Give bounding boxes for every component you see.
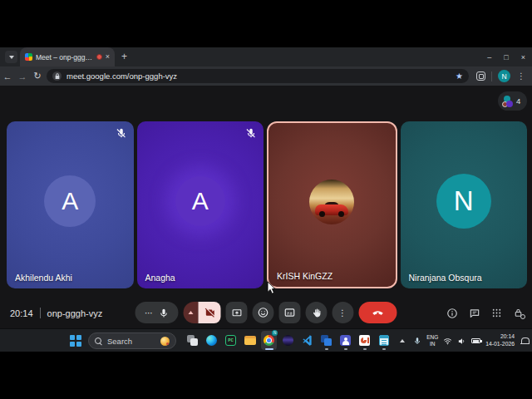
participant-tile-speaking[interactable]: KrISH KinGZZ	[267, 121, 397, 288]
more-dots-icon[interactable]: ⋯	[145, 308, 154, 318]
mouse-cursor	[267, 281, 276, 298]
camera-off-button[interactable]	[199, 302, 221, 323]
tab-organizer-icon[interactable]	[476, 71, 485, 81]
tray-mic-icon[interactable]	[413, 337, 421, 345]
meet-panel-icons	[446, 298, 524, 328]
taskbar-search[interactable]: Search	[88, 332, 176, 349]
reactions-button[interactable]	[253, 302, 274, 323]
tab-title: Meet – onp-gggh-vyz	[36, 53, 93, 62]
window-controls: – □ ×	[487, 47, 529, 66]
powerpoint-icon[interactable]	[357, 331, 372, 350]
car-photo-avatar	[309, 180, 354, 224]
chevron-down-icon	[9, 56, 14, 59]
blue-squares-app-icon[interactable]	[318, 331, 334, 350]
tab-search-button[interactable]	[5, 51, 17, 63]
windows-taskbar: Search PC N ENGIN	[0, 328, 532, 352]
url-text: meet.google.com/onp-gggh-vyz	[66, 71, 451, 81]
chevron-up-icon	[189, 311, 194, 314]
mic-muted-icon	[116, 127, 127, 139]
chrome-icon[interactable]: N	[261, 331, 277, 350]
mic-icon	[158, 308, 169, 318]
language-indicator[interactable]: ENGIN	[426, 334, 438, 347]
participant-tile[interactable]: A Akhilendu Akhi	[7, 121, 134, 288]
back-button[interactable]: ←	[0, 71, 15, 81]
meet-page: 4 A Akhilendu Akhi A Anagha	[0, 86, 532, 328]
participant-name: Niranjana Obsqura	[409, 273, 482, 283]
emoji-icon	[258, 307, 269, 318]
pycharm-icon[interactable]: PC	[223, 331, 239, 350]
tab-recording-indicator-icon	[96, 54, 102, 60]
captions-button[interactable]	[279, 302, 301, 323]
forward-button[interactable]: →	[15, 71, 30, 81]
bookmark-star-icon[interactable]: ★	[456, 71, 463, 81]
site-info-icon[interactable]	[52, 71, 62, 81]
call-controls: ⋯	[135, 302, 397, 323]
car-wheel	[319, 211, 325, 217]
notepad-icon[interactable]	[376, 331, 392, 350]
running-indicator	[344, 348, 347, 350]
meeting-details-icon[interactable]	[446, 308, 458, 319]
search-label: Search	[107, 337, 155, 346]
chrome-profile-badge: N	[272, 330, 278, 336]
end-call-button[interactable]	[359, 302, 397, 323]
running-indicator	[382, 348, 386, 350]
end-call-icon	[372, 306, 385, 319]
mini-avatar-purple	[506, 101, 513, 107]
raise-hand-icon	[311, 308, 322, 318]
meet-favicon-icon	[25, 53, 32, 61]
chat-icon[interactable]	[469, 308, 480, 319]
taskbar-app-icons: PC N	[185, 331, 392, 351]
browser-tab-meet[interactable]: Meet – onp-gggh-vyz ×	[20, 47, 115, 66]
participant-count-pill[interactable]: 4	[498, 91, 527, 111]
toolbar-divider	[491, 71, 492, 81]
hidden-icons-chevron[interactable]	[400, 339, 405, 342]
host-controls-gear-badge	[520, 314, 525, 319]
car-wheel	[338, 211, 344, 217]
tab-close-icon[interactable]: ×	[106, 53, 110, 61]
file-explorer-icon[interactable]	[242, 331, 258, 350]
vscode-icon[interactable]	[299, 331, 315, 350]
more-options-button[interactable]: ⋮	[332, 302, 354, 323]
participant-tile[interactable]: N Niranjana Obsqura	[401, 121, 528, 288]
participant-name: KrISH KinGZZ	[277, 271, 332, 281]
tray-clock[interactable]: 20:1414-01-2026	[485, 333, 515, 348]
window-close-button[interactable]: ×	[521, 53, 525, 62]
task-view-button[interactable]	[185, 331, 200, 350]
avatar: A	[175, 176, 225, 226]
mic-button[interactable]: ⋯	[135, 302, 179, 323]
address-bar[interactable]: meet.google.com/onp-gggh-vyz ★	[47, 69, 469, 83]
reload-button[interactable]: ↻	[30, 71, 45, 81]
new-tab-button[interactable]: +	[121, 51, 127, 62]
present-screen-button[interactable]	[226, 302, 248, 323]
present-screen-icon	[231, 308, 242, 318]
camera-button-group	[184, 302, 221, 323]
avatar: A	[44, 175, 96, 227]
browser-tab-strip: Meet – onp-gggh-vyz × + – □ ×	[0, 47, 532, 66]
avatar: N	[436, 174, 491, 229]
host-controls-button[interactable]	[513, 308, 524, 318]
participant-name: Akhilendu Akhi	[15, 273, 72, 283]
activities-grid-icon[interactable]	[491, 308, 502, 318]
window-maximize-button[interactable]: □	[504, 53, 508, 62]
participant-name: Anagha	[145, 273, 175, 283]
browser-toolbar: ← → ↻ meet.google.com/onp-gggh-vyz ★ N ⋮	[0, 66, 532, 86]
browser-profile-avatar[interactable]: N	[498, 70, 510, 82]
eclipse-icon[interactable]	[280, 331, 296, 350]
camera-options-button[interactable]	[184, 302, 199, 323]
participant-tile[interactable]: A Anagha	[137, 121, 264, 288]
wifi-icon[interactable]	[443, 337, 452, 346]
edge-icon[interactable]	[204, 331, 219, 350]
meet-bottom-bar: 20:14 onp-gggh-vyz ⋯	[0, 298, 532, 328]
start-button[interactable]	[70, 335, 81, 347]
notifications-bell-icon[interactable]	[521, 337, 529, 345]
raise-hand-button[interactable]	[306, 302, 328, 323]
browser-menu-button[interactable]: ⋮	[517, 71, 525, 81]
running-indicator	[325, 348, 328, 350]
window-minimize-button[interactable]: –	[487, 53, 491, 62]
teams-icon[interactable]	[337, 331, 353, 350]
volume-icon[interactable]	[457, 337, 466, 346]
search-icon	[95, 337, 102, 345]
battery-icon[interactable]	[471, 338, 480, 343]
meeting-info: 20:14 onp-gggh-vyz	[10, 298, 102, 328]
participant-count: 4	[516, 96, 520, 106]
